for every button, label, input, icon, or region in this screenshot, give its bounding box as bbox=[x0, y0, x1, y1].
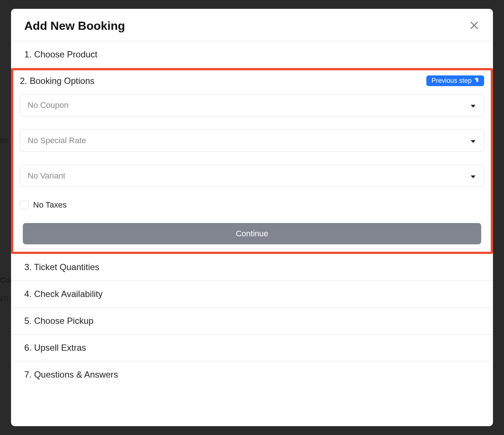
step-choose-product[interactable]: 1. Choose Product bbox=[11, 41, 493, 68]
modal-title: Add New Booking bbox=[24, 19, 125, 33]
step-booking-options-title: 2. Booking Options bbox=[20, 76, 95, 86]
svg-marker-4 bbox=[471, 176, 475, 178]
step-ticket-quantities[interactable]: 3. Ticket Quantities bbox=[11, 254, 493, 281]
step-questions-answers[interactable]: 7. Questions & Answers bbox=[11, 361, 493, 388]
special-rate-select-value: No Special Rate bbox=[28, 136, 86, 145]
variant-select-value: No Variant bbox=[28, 171, 65, 181]
coupon-select[interactable]: No Coupon bbox=[20, 94, 484, 116]
previous-step-label: Previous step bbox=[432, 77, 472, 85]
step-header: 2. Booking Options Previous step bbox=[20, 75, 484, 86]
svg-marker-3 bbox=[471, 140, 475, 143]
no-taxes-checkbox[interactable] bbox=[20, 201, 29, 209]
variant-select[interactable]: No Variant bbox=[20, 165, 484, 187]
chevron-down-icon bbox=[470, 136, 476, 145]
close-button[interactable] bbox=[469, 21, 480, 32]
step-upsell-extras[interactable]: 6. Upsell Extras bbox=[11, 335, 493, 361]
chevron-down-icon bbox=[470, 100, 476, 110]
special-rate-select[interactable]: No Special Rate bbox=[20, 130, 484, 152]
no-taxes-checkbox-row[interactable]: No Taxes bbox=[20, 200, 484, 210]
step-check-availability[interactable]: 4. Check Availability bbox=[11, 281, 493, 308]
close-icon bbox=[469, 21, 479, 32]
continue-button[interactable]: Continue bbox=[23, 223, 481, 244]
step-list: 1. Choose Product 2. Booking Options Pre… bbox=[11, 41, 493, 426]
step-booking-options-section: 2. Booking Options Previous step No Coup… bbox=[11, 68, 493, 254]
svg-marker-2 bbox=[471, 105, 475, 108]
chevron-down-icon bbox=[470, 171, 476, 181]
coupon-select-value: No Coupon bbox=[28, 100, 68, 110]
previous-step-button[interactable]: Previous step bbox=[426, 75, 484, 86]
no-taxes-label: No Taxes bbox=[33, 200, 67, 210]
modal-header: Add New Booking bbox=[11, 9, 493, 41]
step-choose-pickup[interactable]: 5. Choose Pickup bbox=[11, 308, 493, 335]
booking-modal: Add New Booking 1. Choose Product 2. Boo… bbox=[11, 9, 493, 426]
arrow-up-right-icon bbox=[474, 77, 480, 85]
bg-partial-text: tin bbox=[0, 136, 8, 145]
